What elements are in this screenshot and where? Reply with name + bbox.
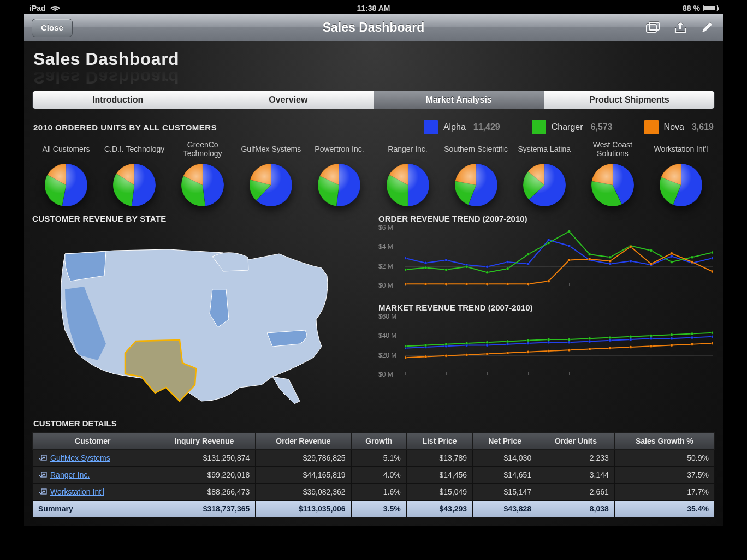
- pie-workstation-int-l[interactable]: Workstation Int'l: [648, 140, 714, 206]
- tab-bar: Introduction Overview Market Analysis Pr…: [32, 91, 715, 109]
- pie-greenco-technology[interactable]: GreenCo Technology: [170, 140, 235, 206]
- svg-point-22: [609, 263, 612, 265]
- toolbar-title: Sales Dashboard: [323, 20, 425, 35]
- y-tick-label: $0 M: [378, 371, 393, 378]
- svg-point-91: [711, 331, 713, 334]
- customer-link-cell[interactable]: Ranger Inc.: [33, 467, 153, 484]
- svg-point-70: [609, 339, 612, 342]
- pie-west-coast-solutions[interactable]: West Coast Solutions: [580, 140, 645, 206]
- svg-point-20: [568, 245, 571, 247]
- col-order-units[interactable]: Order Units: [537, 433, 615, 450]
- svg-point-7: [387, 164, 429, 206]
- edit-icon[interactable]: [700, 21, 715, 34]
- svg-point-96: [486, 353, 489, 355]
- pie-ranger-inc-[interactable]: Ranger Inc.: [375, 140, 441, 206]
- svg-point-82: [527, 339, 530, 342]
- pie-label: C.D.I. Technology: [102, 140, 167, 158]
- pie-gulfmex-systems[interactable]: GulfMex Systems: [238, 140, 304, 206]
- pie-chart-icon: [113, 164, 156, 206]
- svg-point-30: [444, 268, 447, 271]
- pie-chart-icon: [523, 164, 566, 206]
- col-order-revenue[interactable]: Order Revenue: [256, 433, 351, 450]
- svg-point-101: [588, 348, 591, 350]
- pie-systema-latina[interactable]: Systema Latina: [512, 140, 577, 206]
- svg-point-102: [609, 347, 612, 349]
- market-trend-chart[interactable]: MARKET REVENUE TREND (2007-2010) $0 M$20…: [378, 303, 715, 382]
- close-button[interactable]: Close: [32, 19, 73, 37]
- customer-link[interactable]: Workstation Int'l: [50, 487, 104, 496]
- legend-alpha: Alpha 11,429: [424, 120, 500, 134]
- pie-chart-icon: [181, 164, 224, 206]
- swatch-charger: [532, 120, 546, 134]
- summary-inquiry: $318,737,365: [153, 501, 256, 517]
- pie-chart-icon: [455, 164, 497, 206]
- col-sales-growth-[interactable]: Sales Growth %: [614, 433, 714, 450]
- us-map[interactable]: [32, 237, 338, 407]
- cell-order: $39,082,362: [256, 484, 351, 501]
- share-icon[interactable]: [673, 21, 688, 34]
- svg-point-88: [650, 334, 653, 337]
- pie-label: Systema Latina: [512, 140, 577, 158]
- tab-product-shipments[interactable]: Product Shipments: [544, 91, 714, 109]
- col-growth[interactable]: Growth: [351, 433, 406, 450]
- svg-point-86: [609, 336, 612, 339]
- svg-point-67: [547, 341, 550, 344]
- customer-link[interactable]: Ranger Inc.: [50, 470, 90, 479]
- svg-point-94: [444, 354, 447, 357]
- legend-nova-name: Nova: [664, 122, 684, 132]
- tab-overview[interactable]: Overview: [203, 91, 374, 109]
- svg-point-55: [629, 245, 632, 248]
- customer-link-cell[interactable]: GulfMex Systems: [33, 450, 153, 467]
- svg-rect-0: [647, 25, 656, 32]
- svg-point-46: [444, 283, 447, 285]
- col-customer[interactable]: Customer: [33, 433, 153, 450]
- customer-link-cell[interactable]: Workstation Int'l: [33, 484, 153, 501]
- customer-link[interactable]: GulfMex Systems: [50, 454, 110, 462]
- tab-introduction[interactable]: Introduction: [33, 91, 203, 109]
- pie-southern-scientific[interactable]: Southern Scientific: [443, 140, 509, 206]
- battery-icon: [703, 5, 718, 11]
- legend-nova-value: 3,619: [692, 122, 714, 132]
- pie-label: Southern Scientific: [443, 140, 509, 158]
- svg-point-13: [424, 261, 427, 264]
- svg-point-6: [318, 164, 360, 206]
- svg-point-85: [588, 337, 591, 340]
- svg-point-28: [405, 268, 407, 271]
- cell-net: $14,651: [473, 467, 537, 484]
- svg-point-43: [711, 251, 713, 254]
- svg-point-14: [444, 259, 447, 261]
- pie-powertron-inc-[interactable]: Powertron Inc.: [306, 140, 372, 206]
- pie-row: All CustomersC.D.I. TechnologyGreenCo Te…: [33, 140, 714, 206]
- svg-point-81: [506, 340, 509, 343]
- cell-sg: 37.5%: [614, 467, 714, 484]
- order-trend-chart[interactable]: ORDER REVENUE TREND (2007-2010) $0 M$2 M…: [378, 214, 715, 293]
- svg-point-69: [588, 340, 591, 343]
- pie-all-customers[interactable]: All Customers: [33, 140, 99, 206]
- pie-chart-icon: [591, 164, 634, 206]
- col-inquiry-revenue[interactable]: Inquiry Revenue: [153, 433, 256, 450]
- svg-point-27: [711, 257, 713, 259]
- svg-point-71: [629, 338, 632, 341]
- market-trend-title: MARKET REVENUE TREND (2007-2010): [378, 303, 715, 312]
- y-tick-label: $6 M: [378, 224, 393, 231]
- summary-growth: 3.5%: [351, 501, 406, 517]
- cell-growth: 1.6%: [351, 484, 406, 501]
- svg-point-35: [547, 241, 550, 244]
- pie-chart-icon: [318, 164, 360, 206]
- legend-alpha-value: 11,429: [473, 122, 500, 132]
- svg-point-18: [527, 263, 530, 265]
- summary-list: $43,293: [406, 501, 472, 517]
- svg-point-37: [588, 253, 591, 255]
- cell-inquiry: $99,220,018: [153, 467, 256, 484]
- svg-point-38: [609, 256, 612, 259]
- svg-point-10: [591, 164, 634, 206]
- col-net-price[interactable]: Net Price: [473, 433, 537, 450]
- pie-c-d-i-technology[interactable]: C.D.I. Technology: [102, 140, 167, 206]
- col-list-price[interactable]: List Price: [406, 433, 472, 450]
- windows-icon[interactable]: [645, 21, 661, 34]
- svg-point-80: [486, 341, 489, 344]
- tab-market-analysis[interactable]: Market Analysis: [374, 91, 544, 109]
- summary-sg: 35.4%: [614, 501, 714, 517]
- cell-list: $15,049: [406, 484, 472, 501]
- svg-point-73: [670, 337, 673, 340]
